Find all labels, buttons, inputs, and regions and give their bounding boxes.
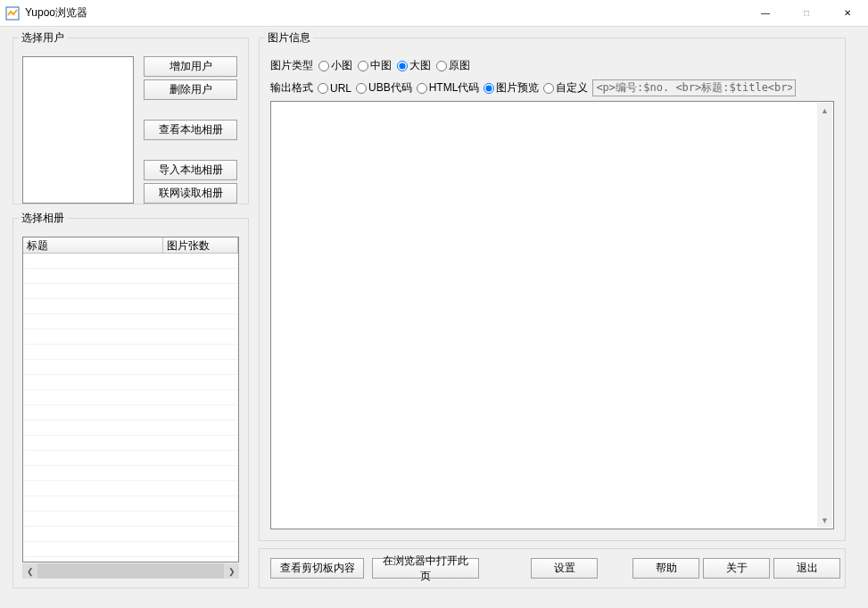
user-group: 选择用户 增加用户 删除用户 查看本地相册 导入本地相册 联网读取相册 <box>12 30 249 204</box>
scroll-down-icon[interactable]: ▼ <box>817 512 832 528</box>
column-title[interactable]: 标题 <box>23 237 163 254</box>
scroll-thumb[interactable] <box>37 563 224 579</box>
radio-html[interactable]: HTML代码 <box>417 80 480 96</box>
preview-vscrollbar[interactable]: ▲ ▼ <box>817 103 832 528</box>
custom-format-input[interactable] <box>592 79 796 96</box>
radio-custom[interactable]: 自定义 <box>543 80 588 96</box>
add-user-button[interactable]: 增加用户 <box>144 56 237 77</box>
image-info-group: 图片信息 图片类型 小图 中图 大图 原图 输出格式 URL UBB代码 HTM… <box>259 30 846 541</box>
window-title: Yupoo浏览器 <box>25 5 87 21</box>
about-button[interactable]: 关于 <box>703 558 770 579</box>
column-count[interactable]: 图片张数 <box>163 237 238 254</box>
minimize-button[interactable]: — <box>745 0 786 27</box>
import-local-album-button[interactable]: 导入本地相册 <box>144 160 237 180</box>
delete-user-button[interactable]: 删除用户 <box>144 79 237 100</box>
radio-ubb[interactable]: UBB代码 <box>356 80 412 96</box>
radio-small[interactable]: 小图 <box>318 58 352 73</box>
exit-button[interactable]: 退出 <box>773 558 840 579</box>
help-button[interactable]: 帮助 <box>632 558 699 579</box>
scroll-left-icon[interactable]: ❮ <box>22 563 37 579</box>
radio-url[interactable]: URL <box>318 82 351 95</box>
open-in-browser-button[interactable]: 在浏览器中打开此页 <box>372 558 479 579</box>
radio-medium[interactable]: 中图 <box>358 58 392 73</box>
output-format-label: 输出格式 <box>270 80 313 96</box>
view-local-album-button[interactable]: 查看本地相册 <box>144 120 237 140</box>
titlebar: Yupoo浏览器 — □ ✕ <box>0 0 868 27</box>
album-group-legend: 选择相册 <box>19 211 67 226</box>
radio-preview[interactable]: 图片预览 <box>484 80 539 96</box>
album-listview[interactable]: 标题 图片张数 <box>22 237 239 562</box>
read-online-album-button[interactable]: 联网读取相册 <box>144 183 237 204</box>
preview-area[interactable]: ▲ ▼ <box>270 101 834 529</box>
maximize-button[interactable]: □ <box>786 0 827 27</box>
scroll-right-icon[interactable]: ❯ <box>224 563 239 579</box>
app-icon <box>5 6 20 21</box>
image-info-legend: 图片信息 <box>265 30 313 46</box>
bottom-button-bar: 查看剪切板内容 在浏览器中打开此页 设置 帮助 关于 退出 <box>259 548 846 588</box>
view-clipboard-button[interactable]: 查看剪切板内容 <box>270 558 364 579</box>
radio-large[interactable]: 大图 <box>397 58 431 73</box>
user-group-legend: 选择用户 <box>19 30 67 46</box>
album-group: 选择相册 标题 图片张数 ❮ ❯ <box>12 211 249 588</box>
radio-original[interactable]: 原图 <box>436 58 470 73</box>
image-type-label: 图片类型 <box>270 58 313 73</box>
settings-button[interactable]: 设置 <box>531 558 598 579</box>
user-listbox[interactable] <box>22 56 134 204</box>
album-hscrollbar[interactable]: ❮ ❯ <box>22 563 239 579</box>
album-rows <box>23 254 238 562</box>
close-button[interactable]: ✕ <box>827 0 868 27</box>
scroll-up-icon[interactable]: ▲ <box>817 103 832 118</box>
